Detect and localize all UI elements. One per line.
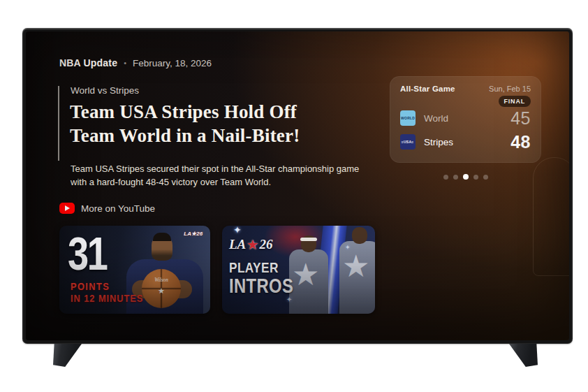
app-title: NBA Update	[59, 57, 117, 68]
world-logo-text: WORLD	[401, 116, 415, 120]
sparkle-icon: ✦	[233, 226, 242, 235]
tv-screen: NBA Update • February, 18, 2026 World vs…	[26, 31, 569, 340]
allstar-badge: LA★26	[184, 231, 203, 237]
logo-star-icon: ★	[247, 238, 258, 252]
scoreboard-header: All-Star Game Sun, Feb 15	[400, 85, 531, 93]
article-headline: Team USA Stripes Hold Off Team World in …	[70, 100, 300, 147]
team-row-world: WORLD World 45	[400, 110, 531, 126]
article-body: Team USA Stripes secured their spot in t…	[71, 163, 360, 189]
pagination-dot-4[interactable]	[473, 175, 478, 180]
headline-line-1: Team USA Stripes Hold Off	[70, 100, 300, 124]
pagination-dot-3[interactable]	[463, 174, 469, 180]
stripes-logo-text: ≡USA≡	[402, 140, 414, 144]
basketball: Wilson ★	[142, 269, 181, 308]
youtube-play-icon	[59, 203, 75, 214]
headline-accent-line	[58, 86, 59, 161]
jacket-star-right: ★	[342, 251, 369, 282]
team-score: 45	[510, 108, 531, 129]
status-badge: FINAL	[499, 96, 531, 107]
more-on-youtube-link[interactable]: More on YouTube	[59, 203, 155, 214]
player-photo-right: ★	[339, 241, 375, 314]
team-score: 48	[510, 132, 531, 152]
player-head-right	[352, 227, 367, 244]
player-photo-head	[152, 235, 172, 261]
tv-stand-foot-right	[509, 344, 538, 367]
tv-stand-foot-left	[53, 344, 82, 367]
basketball-brand-text: Wilson	[147, 277, 175, 283]
scoreboard-card[interactable]: All-Star Game Sun, Feb 15 FINAL WORLD Wo…	[390, 76, 541, 163]
pagination-dot-2[interactable]	[453, 175, 458, 180]
basketball-star-logo: ★	[158, 286, 165, 296]
stat-caption-line-1: POINTS	[71, 281, 110, 292]
logo-la: LA	[229, 237, 246, 252]
video-thumbnail-31-points[interactable]: Wilson ★ 31 POINTS IN 12 MINUTES LA★26	[59, 226, 210, 314]
scoreboard-date: Sun, Feb 15	[489, 85, 531, 93]
thumb-title-line-1: PLAYER	[229, 259, 279, 276]
jacket-star-left: ★	[292, 259, 319, 290]
headline-line-2: Team World in a Nail-Biter!	[70, 124, 300, 147]
video-thumbnail-player-intros[interactable]: ★ ★ LA ★ 26 PLAYER INTROS ✦ ✦ ✦	[222, 226, 375, 314]
pagination-dot-5[interactable]	[483, 175, 488, 180]
stripes-team-logo: ≡USA≡	[400, 134, 416, 150]
world-team-logo: WORLD	[400, 110, 416, 126]
article-kicker: World vs Stripes	[71, 85, 139, 96]
team-name: Stripes	[424, 137, 502, 147]
sparkle-icon: ✦	[345, 244, 351, 251]
separator-dot: •	[124, 59, 126, 67]
player-photo-left: ★	[289, 249, 328, 314]
youtube-link-label: More on YouTube	[81, 203, 155, 214]
stat-caption-line-2: IN 12 MINUTES	[71, 293, 143, 304]
team-name: World	[424, 113, 502, 124]
sparkle-icon: ✦	[286, 296, 292, 303]
header-date: February, 18, 2026	[133, 58, 212, 68]
logo-26: 26	[260, 237, 273, 252]
pagination-dots	[390, 174, 541, 180]
player-head-left	[301, 235, 316, 252]
pagination-dot-1[interactable]	[443, 175, 448, 180]
scoreboard-status-row: FINAL	[400, 96, 531, 107]
scoreboard-title: All-Star Game	[400, 85, 455, 93]
team-row-stripes: ≡USA≡ Stripes 48	[400, 134, 531, 150]
header: NBA Update • February, 18, 2026	[59, 57, 212, 68]
thumb-title-line-2: INTROS	[229, 275, 293, 298]
allstar-la26-logo: LA ★ 26	[229, 237, 273, 252]
tv-frame: NBA Update • February, 18, 2026 World vs…	[22, 28, 573, 344]
stat-number: 31	[68, 227, 106, 280]
